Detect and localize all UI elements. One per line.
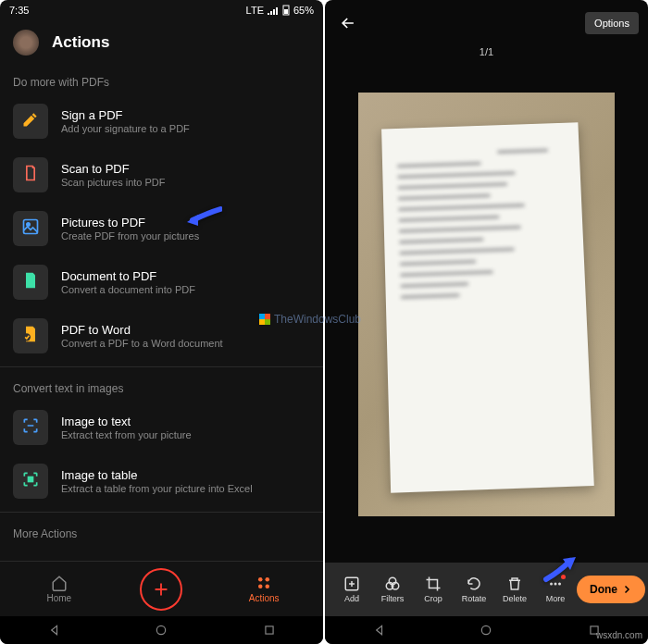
home-icon — [51, 575, 68, 591]
action-doc-pdf[interactable]: Document to PDFConvert a document into P… — [0, 255, 323, 309]
system-nav — [0, 616, 323, 644]
action-image-table[interactable]: Image to tableExtract a table from your … — [0, 454, 323, 508]
svg-point-8 — [258, 585, 263, 589]
tool-label: Rotate — [462, 594, 487, 603]
svg-point-3 — [27, 223, 30, 226]
bottom-nav: Home Actions — [0, 561, 323, 616]
action-title: Image to text — [61, 415, 310, 428]
pencil-icon — [21, 110, 40, 132]
action-scan-pdf[interactable]: Scan to PDFScan pictures into PDF — [0, 148, 323, 202]
nav-actions[interactable]: Actions — [227, 575, 301, 603]
action-sign-pdf[interactable]: Sign a PDFAdd your signature to a PDF — [0, 94, 323, 148]
grid-icon — [255, 575, 272, 591]
svg-rect-11 — [266, 626, 273, 634]
page-counter: 1/1 — [325, 41, 648, 63]
svg-rect-5 — [29, 477, 33, 482]
add-image-icon — [343, 576, 360, 592]
svg-point-6 — [258, 577, 263, 582]
action-title: Scan to PDF — [61, 162, 310, 176]
nav-label: Home — [46, 593, 71, 603]
action-image-text[interactable]: Image to textExtract text from your pict… — [0, 401, 323, 454]
action-sub: Create PDF from your pictures — [61, 230, 310, 242]
action-sub: Convert a document into PDF — [61, 284, 310, 295]
convert-icon — [21, 325, 40, 347]
trash-icon — [506, 576, 523, 592]
done-button[interactable]: Done — [577, 576, 645, 603]
battery-icon — [282, 5, 290, 16]
header: Actions — [0, 20, 323, 65]
watermark-center: TheWindowsClub — [259, 313, 361, 326]
page-title: Actions — [52, 33, 109, 52]
phone-right: Options 1/1 Add Filters — [325, 0, 648, 644]
tool-label: Add — [344, 594, 359, 603]
svg-point-9 — [266, 585, 270, 589]
nav-home[interactable]: Home — [22, 575, 96, 603]
tool-label: Delete — [503, 594, 527, 603]
sys-home-icon[interactable] — [480, 624, 492, 637]
picture-icon — [21, 217, 40, 240]
status-battery: 65% — [293, 5, 314, 16]
tool-label: Crop — [424, 594, 442, 603]
svg-point-7 — [266, 577, 270, 582]
back-button[interactable] — [334, 9, 362, 37]
tool-more[interactable]: More — [536, 576, 575, 603]
more-icon — [547, 576, 564, 592]
section-header: Convert text in images — [0, 371, 323, 401]
sys-recent-icon[interactable] — [263, 624, 276, 637]
chevron-right-icon — [621, 584, 632, 595]
content-scroll[interactable]: Do more with PDFs Sign a PDFAdd your sig… — [0, 65, 323, 546]
back-arrow-icon — [339, 14, 357, 32]
editor-toolbar: Add Filters Crop Rotate Delete More Done — [325, 563, 648, 616]
tool-add[interactable]: Add — [332, 576, 371, 603]
action-title: Document to PDF — [61, 269, 310, 283]
tool-filters[interactable]: Filters — [373, 576, 412, 603]
preview-area[interactable] — [358, 93, 615, 516]
sys-back-icon[interactable] — [372, 624, 385, 637]
plus-icon — [151, 579, 171, 600]
tool-rotate[interactable]: Rotate — [455, 576, 493, 603]
options-button[interactable]: Options — [585, 12, 639, 34]
action-pictures-pdf[interactable]: Pictures to PDFCreate PDF from your pict… — [0, 202, 323, 255]
file-icon — [21, 271, 40, 293]
watermark: wsxdn.com — [596, 630, 642, 640]
svg-rect-1 — [284, 9, 288, 14]
status-right: LTE 65% — [246, 5, 314, 16]
tool-label: Filters — [381, 594, 405, 603]
section-header: More Actions — [0, 516, 323, 546]
action-title: Pictures to PDF — [61, 216, 310, 229]
avatar[interactable] — [13, 30, 39, 56]
scanned-document — [382, 122, 595, 492]
section-header: Do more with PDFs — [0, 65, 323, 94]
svg-point-18 — [558, 583, 561, 586]
scan-text-icon — [21, 416, 40, 439]
action-sub: Extract text from your picture — [61, 429, 310, 440]
svg-point-10 — [157, 625, 166, 634]
divider — [0, 366, 323, 367]
document-icon — [21, 164, 40, 186]
svg-point-19 — [482, 625, 491, 634]
tool-delete[interactable]: Delete — [495, 576, 534, 603]
action-sub: Extract a table from your picture into E… — [61, 483, 310, 494]
svg-point-16 — [550, 583, 553, 586]
header-right: Options — [325, 0, 648, 41]
action-title: Sign a PDF — [61, 108, 310, 122]
signal-icon — [268, 6, 279, 15]
action-sub: Convert a PDF to a Word document — [61, 338, 310, 349]
status-time: 7:35 — [9, 5, 29, 16]
action-sub: Add your signature to a PDF — [61, 123, 310, 134]
status-network: LTE — [246, 5, 264, 16]
sys-home-icon[interactable] — [155, 624, 168, 637]
action-title: Image to table — [61, 468, 310, 482]
divider — [0, 512, 323, 513]
crop-icon — [425, 576, 442, 592]
fab-add[interactable] — [140, 568, 182, 611]
sys-back-icon[interactable] — [47, 624, 60, 637]
filters-icon — [384, 576, 401, 592]
rotate-icon — [466, 576, 482, 592]
svg-point-17 — [555, 583, 557, 586]
scan-table-icon — [21, 470, 40, 492]
nav-label: Actions — [249, 593, 280, 603]
action-sub: Scan pictures into PDF — [61, 177, 310, 188]
done-label: Done — [590, 583, 617, 596]
tool-crop[interactable]: Crop — [414, 576, 453, 603]
